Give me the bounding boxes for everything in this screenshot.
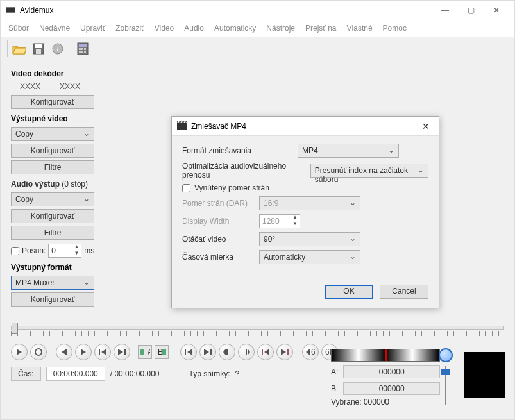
clock-select[interactable]: Automaticky bbox=[259, 250, 360, 264]
duration-label: / 00:00:00.000 bbox=[110, 369, 160, 378]
menu-video[interactable]: Video bbox=[149, 21, 179, 35]
display-width-value: 1280 bbox=[260, 217, 291, 226]
menu-nedavne[interactable]: Nedávne bbox=[34, 21, 75, 35]
nav-marker-icon bbox=[385, 349, 387, 361]
menu-upravit[interactable]: Upraviť bbox=[75, 21, 110, 35]
toolbar: i bbox=[1, 37, 514, 60]
dialog-close-button[interactable]: ✕ bbox=[418, 121, 434, 131]
goto-marker-b-button[interactable] bbox=[276, 344, 293, 360]
menu-automaticky[interactable]: Automaticky bbox=[209, 21, 261, 35]
svg-rect-28 bbox=[287, 349, 289, 355]
menu-vlastne[interactable]: Vlastné bbox=[342, 21, 378, 35]
time-label-box: Čas: bbox=[11, 367, 41, 381]
audio-shift-checkbox[interactable] bbox=[11, 247, 19, 255]
audio-shift-stepper[interactable]: 0 ▲▼ bbox=[48, 244, 81, 258]
next-frame-button[interactable] bbox=[75, 344, 92, 360]
goto-end-button[interactable] bbox=[199, 344, 216, 360]
window-minimize-button[interactable]: — bbox=[432, 1, 458, 20]
clapper-icon bbox=[177, 121, 187, 131]
set-marker-a-button[interactable]: A bbox=[138, 345, 152, 359]
marker-a-label: A: bbox=[331, 367, 338, 376]
menu-subor[interactable]: Súbor bbox=[3, 21, 34, 35]
menu-prejstna[interactable]: Prejsť na bbox=[300, 21, 342, 35]
toolbar-separator bbox=[71, 40, 71, 57]
menu-nastroje[interactable]: Nástroje bbox=[261, 21, 300, 35]
svg-rect-19 bbox=[140, 349, 144, 355]
marker-b-label: B: bbox=[331, 384, 338, 393]
svg-rect-14 bbox=[81, 51, 83, 53]
goto-marker-a-button[interactable] bbox=[257, 344, 274, 360]
menu-audio[interactable]: Audio bbox=[179, 21, 209, 35]
jog-slider-handle[interactable] bbox=[441, 369, 450, 375]
jog-slider[interactable] bbox=[439, 366, 453, 405]
ok-button[interactable]: OK bbox=[325, 285, 373, 299]
toolbar-separator bbox=[7, 40, 8, 57]
stop-button[interactable] bbox=[30, 344, 47, 360]
svg-text:60: 60 bbox=[311, 349, 315, 355]
calculator-button[interactable] bbox=[74, 40, 92, 58]
decoder-info: XXXX XXXX bbox=[20, 82, 504, 91]
video-preview bbox=[464, 352, 505, 398]
output-format-select[interactable]: MP4 Muxer bbox=[11, 276, 94, 290]
muxing-format-label: Formát zmiešavania bbox=[182, 146, 298, 155]
output-format-configure-button[interactable]: Konfigurovať bbox=[11, 292, 94, 307]
force-aspect-label: Vynútený pomer strán bbox=[194, 183, 269, 192]
mp4-muxer-dialog: Zmiešavač MP4 ✕ Formát zmiešavania MP4 O… bbox=[171, 116, 439, 308]
svg-rect-9 bbox=[79, 44, 87, 47]
rotate-label: Otáčať video bbox=[182, 235, 259, 244]
menu-zobrazit[interactable]: Zobraziť bbox=[110, 21, 149, 35]
svg-rect-11 bbox=[81, 48, 83, 50]
svg-rect-12 bbox=[84, 48, 86, 50]
prev-keyframe-button[interactable] bbox=[94, 344, 111, 360]
dialog-titlebar: Zmiešavač MP4 ✕ bbox=[172, 117, 439, 136]
video-filters-button[interactable]: Filtre bbox=[11, 160, 94, 174]
prev-cut-button[interactable] bbox=[219, 344, 235, 360]
app-icon bbox=[6, 5, 16, 15]
dar-select: 16:9 bbox=[259, 196, 360, 210]
app-title: Avidemux bbox=[20, 6, 432, 15]
dar-label: Pomer strán (DAR) bbox=[182, 199, 259, 208]
svg-text:i: i bbox=[57, 44, 59, 53]
jog-wheel[interactable] bbox=[439, 348, 453, 362]
audio-shift-unit: ms bbox=[84, 246, 94, 255]
audio-codec-select[interactable]: Copy bbox=[11, 192, 94, 206]
back-one-min-button[interactable]: 60 bbox=[302, 344, 319, 360]
window-maximize-button[interactable]: ▢ bbox=[458, 1, 484, 20]
audio-filters-button[interactable]: Filtre bbox=[11, 226, 94, 240]
frametype-value: ? bbox=[235, 369, 240, 378]
play-button[interactable] bbox=[11, 344, 28, 360]
window-close-button[interactable]: ✕ bbox=[484, 1, 509, 20]
optimize-select[interactable]: Presunúť index na začiatok súboru bbox=[310, 164, 428, 178]
goto-start-button[interactable] bbox=[180, 344, 197, 360]
optimize-label: Optimalizácia audiovizuálneho prenosu bbox=[182, 162, 307, 180]
decoder-configure-button[interactable]: Konfigurovať bbox=[11, 95, 94, 109]
slider-thumb[interactable] bbox=[12, 323, 18, 334]
timeline-slider[interactable] bbox=[1, 326, 514, 336]
menu-pomoc[interactable]: Pomoc bbox=[378, 21, 412, 35]
video-configure-button[interactable]: Konfigurovať bbox=[11, 144, 94, 158]
audio-shift-label: Posun: bbox=[22, 246, 46, 255]
next-cut-button[interactable] bbox=[238, 344, 255, 360]
slider-ticks bbox=[11, 331, 504, 336]
dialog-button-row: OK Cancel bbox=[172, 276, 439, 308]
muxing-format-select[interactable]: MP4 bbox=[298, 144, 399, 158]
save-button[interactable] bbox=[30, 40, 47, 58]
set-marker-b-button[interactable]: B bbox=[155, 345, 169, 359]
time-value-box[interactable]: 00:00:00.000 bbox=[46, 367, 105, 381]
info-button[interactable]: i bbox=[49, 40, 67, 58]
cancel-button[interactable]: Cancel bbox=[380, 285, 428, 299]
force-aspect-checkbox[interactable] bbox=[182, 184, 190, 192]
svg-rect-26 bbox=[246, 349, 247, 355]
audio-configure-button[interactable]: Konfigurovať bbox=[11, 209, 94, 223]
video-codec-select[interactable]: Copy bbox=[11, 127, 94, 141]
nav-gradient-bar[interactable] bbox=[331, 349, 440, 362]
rotate-select[interactable]: 90° bbox=[259, 232, 360, 246]
dialog-title: Zmiešavač MP4 bbox=[191, 122, 418, 131]
open-file-button[interactable] bbox=[10, 40, 28, 58]
menubar: Súbor Nedávne Upraviť Zobraziť Video Aud… bbox=[1, 20, 514, 37]
next-keyframe-button[interactable] bbox=[114, 344, 130, 360]
prev-frame-button[interactable] bbox=[56, 344, 72, 360]
video-decoder-title: Video dekóder bbox=[11, 69, 504, 78]
decoder-codec-1: XXXX bbox=[20, 82, 40, 91]
display-width-label: Display Width bbox=[182, 217, 259, 226]
